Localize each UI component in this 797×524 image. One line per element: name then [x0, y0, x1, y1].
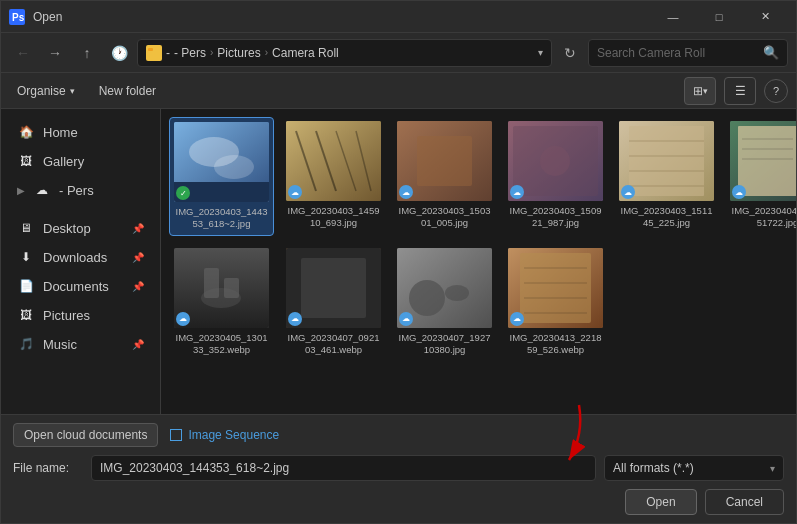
file-name-5: IMG_20230403_151145_225.jpg — [619, 205, 714, 230]
file-item-3[interactable]: ☁ IMG_20230403_150301_005.jpg — [393, 117, 496, 236]
open-dialog: Ps Open — □ ✕ ← → ↑ 🕐 - - Pers › Picture… — [0, 0, 797, 524]
breadcrumb-sep1: › — [210, 47, 213, 58]
svg-text:Ps: Ps — [12, 12, 25, 23]
image-sequence-text: Image Sequence — [188, 428, 279, 442]
new-folder-button[interactable]: New folder — [91, 80, 164, 102]
refresh-button[interactable]: ↻ — [556, 39, 584, 67]
svg-rect-25 — [738, 126, 796, 196]
help-icon: ? — [773, 85, 779, 97]
file-name-6: IMG_20230404_201151722.jpg — [730, 205, 796, 230]
close-button[interactable]: ✕ — [742, 1, 788, 33]
cloud-badge-7: ☁ — [176, 312, 190, 326]
svg-rect-32 — [224, 278, 239, 298]
file-item-6[interactable]: ☁ IMG_20230404_201151722.jpg — [726, 117, 796, 236]
sidebar-item-music[interactable]: 🎵 Music 📌 — [5, 330, 156, 358]
file-item-10[interactable]: ☁ IMG_20230413_221859_526.webp — [504, 244, 607, 361]
file-thumbnail-5: ☁ — [619, 121, 714, 201]
file-item-2[interactable]: ☁ IMG_20230403_145910_693.jpg — [282, 117, 385, 236]
bottom-bar: Open cloud documents Image Sequence File… — [1, 414, 796, 523]
file-thumbnail-7: ☁ — [174, 248, 269, 328]
svg-point-36 — [409, 280, 445, 316]
svg-rect-31 — [204, 268, 219, 298]
list-icon: ☰ — [735, 84, 746, 98]
file-name-1: IMG_20230403_144353_618~2.jpg — [174, 206, 269, 231]
cloud-badge-3: ☁ — [399, 185, 413, 199]
cloud-docs-row: Open cloud documents Image Sequence — [13, 423, 784, 447]
sidebar-item-home[interactable]: 🏠 Home — [5, 118, 156, 146]
svg-point-37 — [445, 285, 469, 301]
music-icon: 🎵 — [17, 335, 35, 353]
organise-label: Organise — [17, 84, 66, 98]
window-controls: — □ ✕ — [650, 1, 788, 33]
file-area: ✓ IMG_20230403_144353_618~2.jpg — [161, 109, 796, 414]
pictures-icon: 🖼 — [17, 306, 35, 324]
sidebar: 🏠 Home 🖼 Gallery ▶ ☁ - Pers 🖥 Desktop 📌 … — [1, 109, 161, 414]
file-item-8[interactable]: ☁ IMG_20230407_092103_461.webp — [282, 244, 385, 361]
sidebar-item-desktop[interactable]: 🖥 Desktop 📌 — [5, 214, 156, 242]
sidebar-item-downloads[interactable]: ⬇ Downloads 📌 — [5, 243, 156, 271]
cloud-docs-button[interactable]: Open cloud documents — [13, 423, 158, 447]
downloads-icon: ⬇ — [17, 248, 35, 266]
organise-button[interactable]: Organise ▾ — [9, 80, 83, 102]
cloud-badge-6: ☁ — [732, 185, 746, 199]
desktop-icon: 🖥 — [17, 219, 35, 237]
search-input[interactable] — [597, 46, 757, 60]
breadcrumb-camera-roll: Camera Roll — [272, 46, 339, 60]
cloud-badge-4: ☁ — [510, 185, 524, 199]
view-list-button[interactable]: ☰ — [724, 77, 756, 105]
view-grid-button[interactable]: ⊞ ▾ — [684, 77, 716, 105]
sidebar-item-documents[interactable]: 📄 Documents 📌 — [5, 272, 156, 300]
cancel-button[interactable]: Cancel — [705, 489, 784, 515]
home-icon: 🏠 — [17, 123, 35, 141]
filetype-label: All formats (*.*) — [613, 461, 694, 475]
maximize-button[interactable]: □ — [696, 1, 742, 33]
folder-icon — [146, 45, 162, 61]
breadcrumb-pictures: Pictures — [217, 46, 260, 60]
svg-rect-34 — [301, 258, 366, 318]
file-thumbnail-9: ☁ — [397, 248, 492, 328]
titlebar: Ps Open — □ ✕ — [1, 1, 796, 33]
image-sequence-checkbox[interactable] — [170, 429, 182, 441]
forward-button[interactable]: → — [41, 39, 69, 67]
image-sequence-label[interactable]: Image Sequence — [170, 428, 279, 442]
toolbar: Organise ▾ New folder ⊞ ▾ ☰ ? — [1, 73, 796, 109]
svg-rect-2 — [148, 50, 160, 58]
file-item-1[interactable]: ✓ IMG_20230403_144353_618~2.jpg — [169, 117, 274, 236]
documents-icon: 📄 — [17, 277, 35, 295]
sidebar-item-gallery[interactable]: 🖼 Gallery — [5, 147, 156, 175]
up-button[interactable]: ↑ — [73, 39, 101, 67]
breadcrumb-dropdown-btn[interactable]: ▾ — [538, 47, 543, 58]
file-name-2: IMG_20230403_145910_693.jpg — [286, 205, 381, 230]
check-badge-1: ✓ — [176, 186, 190, 200]
filetype-chevron-icon: ▾ — [770, 463, 775, 474]
open-button[interactable]: Open — [625, 489, 696, 515]
filetype-select[interactable]: All formats (*.*) ▾ — [604, 455, 784, 481]
minimize-button[interactable]: — — [650, 1, 696, 33]
file-name-10: IMG_20230413_221859_526.webp — [508, 332, 603, 357]
back-button[interactable]: ← — [9, 39, 37, 67]
main-content: 🏠 Home 🖼 Gallery ▶ ☁ - Pers 🖥 Desktop 📌 … — [1, 109, 796, 414]
expand-icon: ▶ — [17, 185, 25, 196]
file-item-7[interactable]: ☁ IMG_20230405_130133_352.webp — [169, 244, 274, 361]
recent-button[interactable]: 🕐 — [105, 39, 133, 67]
grid-icon: ⊞ — [693, 84, 703, 98]
cloud-icon: ☁ — [33, 181, 51, 199]
file-item-4[interactable]: ☁ IMG_20230403_150921_987.jpg — [504, 117, 607, 236]
search-icon: 🔍 — [763, 45, 779, 60]
file-thumbnail-8: ☁ — [286, 248, 381, 328]
help-button[interactable]: ? — [764, 79, 788, 103]
file-thumbnail-6: ☁ — [730, 121, 796, 201]
file-item-9[interactable]: ☁ IMG_20230407_192710380.jpg — [393, 244, 496, 361]
sidebar-item-personal[interactable]: ▶ ☁ - Pers — [5, 176, 156, 204]
sidebar-item-pictures[interactable]: 🖼 Pictures — [5, 301, 156, 329]
breadcrumb-bar[interactable]: - - Pers › Pictures › Camera Roll ▾ — [137, 39, 552, 67]
navbar: ← → ↑ 🕐 - - Pers › Pictures › Camera Rol… — [1, 33, 796, 73]
app-icon: Ps — [9, 9, 25, 25]
file-name-3: IMG_20230403_150301_005.jpg — [397, 205, 492, 230]
file-name-8: IMG_20230407_092103_461.webp — [286, 332, 381, 357]
new-folder-label: New folder — [99, 84, 156, 98]
filename-input[interactable] — [91, 455, 596, 481]
file-item-5[interactable]: ☁ IMG_20230403_151145_225.jpg — [615, 117, 718, 236]
file-thumbnail-1: ✓ — [174, 122, 269, 202]
svg-rect-3 — [148, 48, 153, 51]
